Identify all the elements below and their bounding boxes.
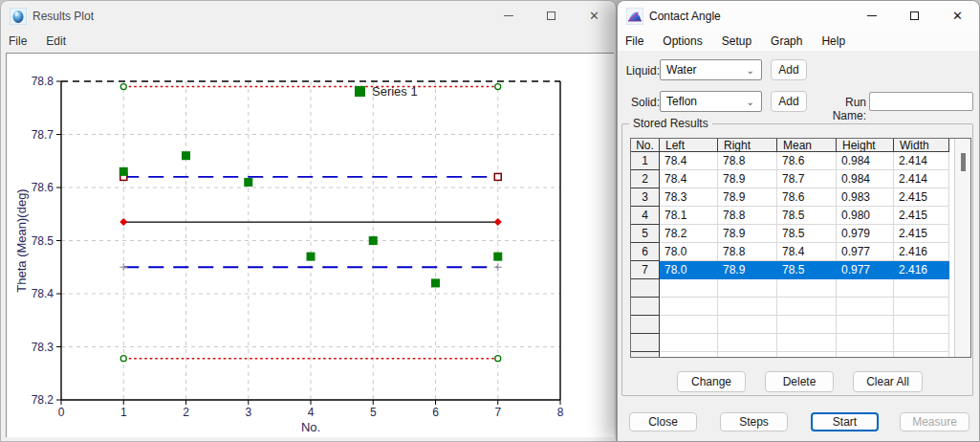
contact-angle-menubar: FileOptionsSetupGraphHelp: [618, 31, 979, 52]
row-number-cell[interactable]: 3: [631, 188, 660, 207]
contact-angle-window: Contact Angle ✕ FileOptionsSetupGraphHel…: [617, 0, 980, 442]
table-cell[interactable]: 0.977: [837, 261, 894, 279]
solid-label: Solid:: [625, 96, 660, 109]
table-cell[interactable]: 0.984: [837, 152, 894, 170]
close-button[interactable]: ✕: [936, 1, 979, 31]
table-cell[interactable]: 2.415: [894, 207, 949, 225]
results-plot-titlebar: Results Plot ✕: [1, 1, 616, 31]
table-row[interactable]: 478.178.878.50.9802.415: [631, 207, 970, 225]
table-cell[interactable]: 2.414: [894, 152, 949, 170]
menu-item-edit[interactable]: Edit: [38, 32, 74, 51]
start-button[interactable]: Start: [811, 412, 879, 431]
table-cell-empty: [777, 279, 837, 298]
column-header-left: Left: [660, 139, 718, 152]
table-cell[interactable]: 78.5: [777, 225, 837, 243]
menu-item-file[interactable]: File: [618, 32, 651, 51]
add-solid-button[interactable]: Add: [771, 91, 807, 112]
liquid-dropdown[interactable]: Water ⌄: [660, 59, 762, 80]
table-scrollbar[interactable]: [954, 139, 970, 358]
table-cell[interactable]: 78.8: [718, 207, 777, 225]
row-number-cell[interactable]: 5: [631, 225, 660, 243]
table-empty-row[interactable]: [631, 352, 970, 358]
clear-all-button[interactable]: Clear All: [853, 371, 923, 392]
table-cell[interactable]: 2.415: [894, 225, 949, 243]
steps-button[interactable]: Steps: [720, 412, 788, 431]
table-row[interactable]: 578.278.978.50.9792.415: [631, 225, 970, 243]
stored-results-table[interactable]: No.LeftRightMeanHeightWidth178.478.878.6…: [630, 138, 971, 358]
delete-button[interactable]: Delete: [765, 371, 834, 392]
table-cell[interactable]: 78.9: [718, 188, 777, 207]
table-cell[interactable]: 2.416: [894, 243, 949, 261]
table-cell[interactable]: 0.980: [837, 207, 894, 225]
maximize-button[interactable]: [530, 1, 573, 31]
solid-dropdown[interactable]: Teflon ⌄: [660, 91, 762, 112]
table-cell[interactable]: 78.2: [660, 225, 718, 243]
table-cell-empty: [718, 334, 777, 352]
svg-text:78.8: 78.8: [32, 75, 54, 88]
table-cell-empty: [718, 316, 777, 334]
table-empty-row[interactable]: [631, 316, 970, 334]
menu-item-graph[interactable]: Graph: [763, 32, 810, 51]
sessile-drop-icon: [626, 8, 643, 25]
minimize-button[interactable]: [487, 1, 530, 31]
table-cell[interactable]: 0.979: [837, 225, 894, 243]
contact-angle-titlebar: Contact Angle ✕: [618, 1, 979, 31]
table-row[interactable]: 278.478.978.70.9842.414: [631, 170, 970, 188]
close-icon: ✕: [589, 10, 599, 22]
menu-item-options[interactable]: Options: [655, 32, 709, 51]
table-row[interactable]: 678.078.878.40.9772.416: [631, 243, 970, 261]
row-number-cell[interactable]: 4: [631, 207, 660, 225]
table-cell[interactable]: 78.9: [718, 261, 777, 279]
menu-item-file[interactable]: File: [1, 32, 34, 51]
change-button[interactable]: Change: [677, 371, 746, 392]
table-cell[interactable]: 0.984: [837, 170, 894, 188]
table-cell[interactable]: 78.0: [660, 261, 718, 279]
row-number-cell[interactable]: 7: [631, 261, 660, 279]
maximize-button[interactable]: [893, 1, 936, 31]
table-cell[interactable]: 78.1: [660, 207, 718, 225]
menu-item-setup[interactable]: Setup: [714, 32, 759, 51]
close-button[interactable]: Close: [629, 412, 697, 431]
table-cell[interactable]: 2.416: [894, 261, 949, 279]
table-cell[interactable]: 78.0: [660, 243, 718, 261]
row-number-cell[interactable]: 2: [631, 170, 660, 188]
table-cell-empty: [660, 316, 718, 334]
table-empty-row[interactable]: [631, 334, 970, 352]
results-plot-menubar: FileEdit: [1, 31, 616, 52]
table-row[interactable]: 378.378.978.60.9832.415: [631, 188, 970, 207]
table-cell[interactable]: 78.5: [777, 261, 837, 279]
scrollbar-thumb[interactable]: [961, 153, 966, 171]
table-cell[interactable]: 78.8: [718, 243, 777, 261]
table-empty-row[interactable]: [631, 279, 970, 298]
contact-angle-client-area: Liquid: Water ⌄ Add Solid: Teflon ⌄ Add …: [618, 51, 979, 441]
minimize-button[interactable]: [850, 1, 893, 31]
table-cell[interactable]: 2.415: [894, 188, 949, 207]
table-cell[interactable]: 78.5: [777, 207, 837, 225]
measure-button: Measure: [900, 412, 969, 431]
close-button[interactable]: ✕: [573, 1, 616, 31]
table-cell[interactable]: 78.6: [777, 152, 837, 170]
water-drop-icon: [10, 8, 27, 25]
run-name-label: Run Name:: [811, 96, 866, 122]
table-cell[interactable]: 2.414: [894, 170, 949, 188]
table-cell[interactable]: 78.4: [777, 243, 837, 261]
table-cell[interactable]: 0.977: [837, 243, 894, 261]
table-cell[interactable]: 78.3: [660, 188, 718, 207]
table-cell[interactable]: 78.9: [718, 170, 777, 188]
table-cell[interactable]: 78.9: [718, 225, 777, 243]
menu-item-help[interactable]: Help: [814, 32, 853, 51]
table-cell[interactable]: 78.4: [660, 170, 718, 188]
table-cell[interactable]: 78.4: [660, 152, 718, 170]
add-liquid-button[interactable]: Add: [771, 59, 807, 80]
table-row[interactable]: 178.478.878.60.9842.414: [631, 152, 970, 170]
row-number-cell[interactable]: 6: [631, 243, 660, 261]
table-cell[interactable]: 0.983: [837, 188, 894, 207]
run-name-input[interactable]: [869, 92, 973, 111]
table-empty-row[interactable]: [631, 298, 970, 316]
table-cell[interactable]: 78.6: [777, 188, 837, 207]
table-row[interactable]: 778.078.978.50.9772.416: [631, 261, 970, 279]
table-cell[interactable]: 78.8: [718, 152, 777, 170]
row-number-cell[interactable]: 1: [631, 152, 660, 170]
table-cell[interactable]: 78.7: [777, 170, 837, 188]
table-cell-empty: [660, 298, 718, 316]
